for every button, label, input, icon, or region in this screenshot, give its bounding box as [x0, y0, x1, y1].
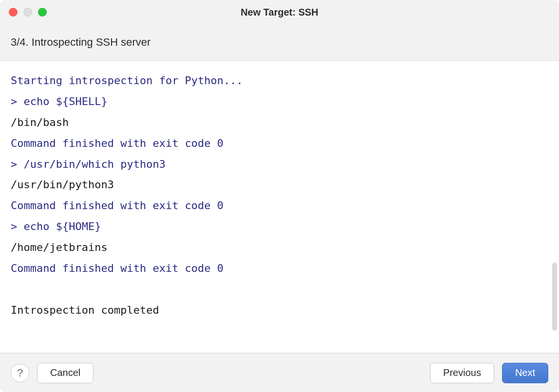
minimize-icon [23, 8, 32, 17]
console-line: /usr/bin/python3 [11, 175, 548, 196]
console-line: /home/jetbrains [11, 237, 548, 258]
scrollbar-thumb[interactable] [552, 263, 557, 331]
console-line: /bin/bash [11, 112, 548, 133]
window-title: New Target: SSH [0, 7, 559, 18]
previous-button[interactable]: Previous [430, 363, 494, 383]
console-line: Command finished with exit code 0 [11, 133, 548, 154]
dialog-window: New Target: SSH 3/4. Introspecting SSH s… [0, 0, 559, 392]
console-wrap: Starting introspection for Python...> ec… [0, 61, 559, 353]
close-icon[interactable] [9, 8, 18, 17]
console-line: Starting introspection for Python... [11, 71, 548, 91]
step-header: 3/4. Introspecting SSH server [0, 24, 559, 61]
help-button[interactable]: ? [11, 364, 29, 382]
console-line: Introspection completed [11, 300, 548, 321]
console-line: Command finished with exit code 0 [11, 258, 548, 279]
console-line [11, 279, 548, 300]
console-line: > echo ${SHELL} [11, 91, 548, 112]
next-button[interactable]: Next [502, 363, 548, 383]
footer: ? Cancel Previous Next [0, 353, 559, 392]
console-line: > echo ${HOME} [11, 216, 548, 237]
console-line: Command finished with exit code 0 [11, 196, 548, 216]
traffic-lights [9, 8, 47, 17]
cancel-button[interactable]: Cancel [37, 363, 93, 383]
console-line: > /usr/bin/which python3 [11, 154, 548, 175]
zoom-icon[interactable] [38, 8, 47, 17]
titlebar: New Target: SSH [0, 0, 559, 24]
console-output[interactable]: Starting introspection for Python...> ec… [0, 61, 559, 353]
